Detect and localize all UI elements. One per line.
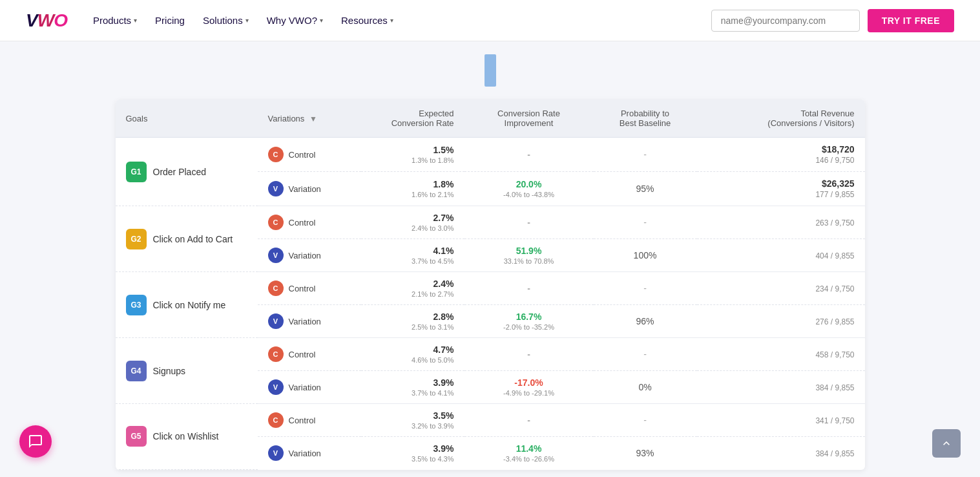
revenue-cell: 384 / 9,855 xyxy=(697,371,865,404)
improvement-main: 51.9% xyxy=(475,246,583,256)
filter-icon[interactable]: ▼ xyxy=(309,114,317,123)
nav-item-whyvwo[interactable]: Why VWO? ▾ xyxy=(267,15,323,26)
expected-rate-cell: 2.8% 2.5% to 3.1% xyxy=(361,305,464,338)
expected-rate-cell: 2.7% 2.4% to 3.0% xyxy=(361,206,464,239)
variation-label: Control xyxy=(289,416,316,425)
revenue-cell: 341 / 9,750 xyxy=(697,404,865,437)
probability-cell: 95% xyxy=(594,172,697,206)
try-it-free-button[interactable]: TRY IT FREE xyxy=(868,9,954,32)
table-row: G2 Click on Add to Cart C Control 2.7% 2… xyxy=(116,206,865,239)
results-table: Goals Variations ▼ ExpectedConversion Ra… xyxy=(116,100,865,470)
variation-label: Variation xyxy=(289,383,321,392)
expected-rate-cell: 3.9% 3.7% to 4.1% xyxy=(361,371,464,404)
expected-rate-cell: 4.1% 3.7% to 4.5% xyxy=(361,239,464,272)
variation-label: Variation xyxy=(289,449,321,458)
variation-label: Control xyxy=(289,218,316,228)
nav-link-products[interactable]: Products ▾ xyxy=(93,15,137,26)
nav-item-resources[interactable]: Resources ▾ xyxy=(341,15,393,26)
variation-cell: V Variation xyxy=(258,305,361,338)
revenue-cell: 234 / 9,750 xyxy=(697,272,865,305)
variation-badge: C xyxy=(268,412,284,428)
nav-link-resources[interactable]: Resources ▾ xyxy=(341,15,393,26)
goal-name: Signups xyxy=(153,366,186,376)
revenue-main: $18,720 xyxy=(707,144,855,154)
chevron-down-icon: ▾ xyxy=(134,17,137,24)
goal-cell-g4: G4 Signups xyxy=(116,338,258,404)
chat-button[interactable] xyxy=(19,425,52,458)
variation-badge: C xyxy=(268,281,284,296)
goal-badge: G5 xyxy=(126,426,147,447)
rate-main: 4.1% xyxy=(371,246,454,256)
improvement-range: -2.0% to -35.2% xyxy=(475,323,583,331)
chevron-up-icon xyxy=(940,437,953,450)
probability-value: 0% xyxy=(638,382,651,392)
rate-range: 3.5% to 4.3% xyxy=(371,455,454,463)
goal-badge: G4 xyxy=(126,361,147,381)
probability-value: - xyxy=(643,415,647,425)
improvement-cell: -17.0% -4.9% to -29.1% xyxy=(464,371,594,404)
rate-range: 3.2% to 3.9% xyxy=(371,422,454,430)
revenue-sub: 263 / 9,750 xyxy=(707,218,855,228)
nav-label-whyvwo: Why VWO? xyxy=(267,15,317,26)
rate-range: 1.3% to 1.8% xyxy=(371,156,454,164)
scroll-top-button[interactable] xyxy=(932,429,961,458)
nav-link-whyvwo[interactable]: Why VWO? ▾ xyxy=(267,15,323,26)
revenue-sub: 341 / 9,750 xyxy=(707,416,855,425)
revenue-sub: 404 / 9,855 xyxy=(707,251,855,260)
nav-item-products[interactable]: Products ▾ xyxy=(93,15,137,26)
improvement-cell: - xyxy=(464,206,594,239)
expected-rate-cell: 1.5% 1.3% to 1.8% xyxy=(361,138,464,172)
email-input[interactable] xyxy=(711,10,860,32)
improvement-main: 20.0% xyxy=(475,179,583,189)
improvement-cell: 11.4% -3.4% to -26.6% xyxy=(464,437,594,470)
probability-value: - xyxy=(643,217,647,228)
revenue-cell: $26,325 177 / 9,855 xyxy=(697,172,865,206)
improvement-main: 16.7% xyxy=(475,312,583,322)
variation-label: Variation xyxy=(289,251,321,260)
probability-value: 100% xyxy=(634,250,657,260)
rate-range: 2.4% to 3.0% xyxy=(371,224,454,232)
nav-label-pricing: Pricing xyxy=(155,15,185,26)
table-row: G1 Order Placed C Control 1.5% 1.3% to 1… xyxy=(116,138,865,172)
variation-badge: V xyxy=(268,379,284,395)
nav-item-pricing[interactable]: Pricing xyxy=(155,15,185,26)
goal-name: Click on Notify me xyxy=(153,300,226,310)
improvement-main: - xyxy=(475,415,583,425)
col-goals: Goals xyxy=(116,100,258,138)
nav-item-solutions[interactable]: Solutions ▾ xyxy=(203,15,249,26)
probability-value: - xyxy=(643,149,647,160)
revenue-cell: 263 / 9,750 xyxy=(697,206,865,239)
rate-main: 3.9% xyxy=(371,377,454,388)
rate-range: 1.6% to 2.1% xyxy=(371,191,454,198)
probability-cell: 96% xyxy=(594,305,697,338)
results-table-wrapper: Goals Variations ▼ ExpectedConversion Ra… xyxy=(116,100,865,470)
table-body: G1 Order Placed C Control 1.5% 1.3% to 1… xyxy=(116,138,865,470)
goal-name: Order Placed xyxy=(153,167,206,177)
rate-range: 2.1% to 2.7% xyxy=(371,290,454,298)
nav-link-pricing[interactable]: Pricing xyxy=(155,15,185,26)
revenue-sub: 276 / 9,855 xyxy=(707,317,855,326)
variation-cell: C Control xyxy=(258,138,361,172)
probability-value: - xyxy=(643,349,647,359)
variation-cell: C Control xyxy=(258,404,361,437)
variation-badge: V xyxy=(268,445,284,461)
variation-cell: C Control xyxy=(258,206,361,239)
probability-cell: - xyxy=(594,338,697,371)
nav-links: Products ▾ Pricing Solutions ▾ Why VWO? … xyxy=(93,15,711,26)
expected-rate-cell: 2.4% 2.1% to 2.7% xyxy=(361,272,464,305)
rate-main: 4.7% xyxy=(371,344,454,355)
col-probability: Probability toBest Baseline xyxy=(594,100,697,138)
expected-rate-cell: 3.9% 3.5% to 4.3% xyxy=(361,437,464,470)
logo[interactable]: VWO xyxy=(26,10,67,31)
revenue-cell: 458 / 9,750 xyxy=(697,338,865,371)
revenue-sub: 384 / 9,855 xyxy=(707,383,855,392)
improvement-cell: 20.0% -4.0% to -43.8% xyxy=(464,172,594,206)
probability-cell: 100% xyxy=(594,239,697,272)
nav-link-solutions[interactable]: Solutions ▾ xyxy=(203,15,249,26)
improvement-main: -17.0% xyxy=(475,377,583,388)
revenue-sub: 384 / 9,855 xyxy=(707,449,855,458)
rate-main: 2.7% xyxy=(371,213,454,223)
table-row: G3 Click on Notify me C Control 2.4% 2.1… xyxy=(116,272,865,305)
nav-label-solutions: Solutions xyxy=(203,15,243,26)
variation-badge: C xyxy=(268,147,284,162)
